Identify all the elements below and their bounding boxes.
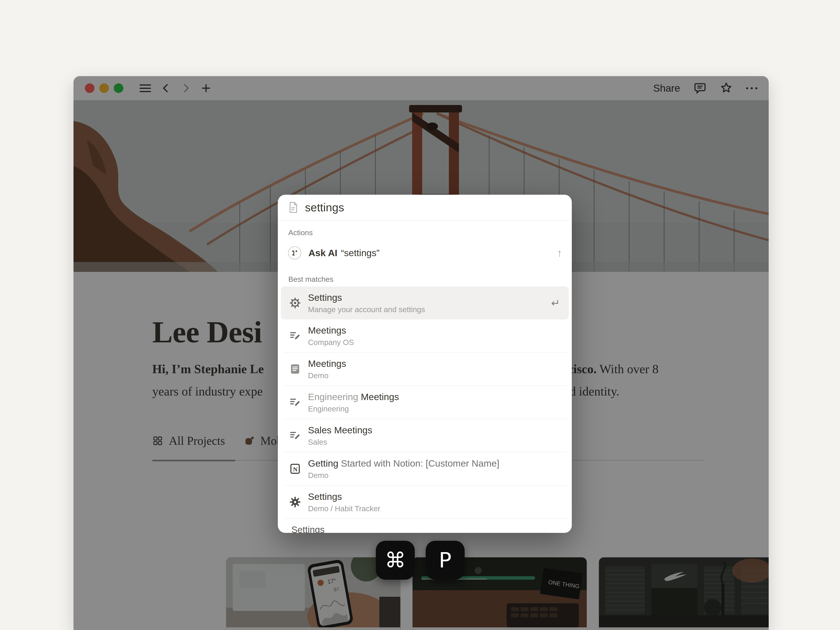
compose-note-icon (289, 429, 302, 442)
section-label-best-matches: Best matches (288, 275, 572, 284)
result-subtitle: Sales (308, 438, 372, 447)
result-subtitle: Engineering (308, 404, 399, 413)
compose-note-icon (289, 330, 302, 342)
ask-ai-row[interactable]: Ask AI“settings” ↑ (278, 238, 572, 267)
result-title: Settings (308, 292, 425, 303)
page-icon (288, 201, 298, 213)
search-result-settings-habit-tracker[interactable]: Settings Demo / Habit Tracker (281, 486, 569, 518)
search-input[interactable]: settings (278, 195, 572, 221)
search-result-meetings-demo[interactable]: Meetings Demo (281, 353, 569, 385)
compose-note-icon (289, 396, 302, 408)
svg-text:N: N (293, 466, 297, 473)
gear-icon (289, 297, 302, 309)
search-query-text: settings (305, 201, 344, 214)
result-subtitle: Manage your account and settings (308, 305, 425, 314)
result-title: Getting Started with Notion: [Customer N… (308, 458, 499, 469)
search-modal: settings Actions Ask AI“settings” ↑ Best… (278, 195, 572, 533)
search-result-settings[interactable]: Settings Manage your account and setting… (281, 287, 569, 319)
arrow-up-icon: ↑ (557, 247, 562, 259)
result-subtitle: Company OS (308, 338, 354, 347)
search-result-getting-started[interactable]: N Getting Started with Notion: [Customer… (281, 452, 569, 485)
p-keycap: P (426, 541, 465, 580)
search-result-partial-settings[interactable]: Settings (281, 519, 569, 533)
result-title: Settings (308, 491, 381, 502)
section-label-actions: Actions (288, 228, 572, 237)
command-keycap: ⌘ (376, 541, 415, 580)
enter-return-icon: ↵ (551, 297, 560, 309)
search-result-meetings-company-os[interactable]: Meetings Company OS (281, 319, 569, 352)
keyboard-shortcut-overlay: ⌘ P (376, 541, 465, 580)
notion-ai-face-icon (287, 246, 302, 260)
search-result-sales-meetings[interactable]: Sales Meetings Sales (281, 419, 569, 452)
result-subtitle: Demo (308, 471, 499, 480)
result-title: Meetings (308, 325, 354, 336)
cog-badge-icon (289, 496, 302, 508)
result-subtitle: Demo / Habit Tracker (308, 504, 381, 513)
result-title: Engineering Meetings (308, 392, 399, 402)
ask-ai-label: Ask AI“settings” (308, 248, 379, 258)
note-card-icon (289, 363, 302, 375)
result-subtitle: Demo (308, 371, 346, 380)
notion-logo-icon: N (289, 463, 302, 475)
result-title: Meetings (308, 358, 346, 369)
result-title: Sales Meetings (308, 425, 372, 436)
search-result-engineering-meetings[interactable]: Engineering Meetings Engineering (281, 386, 569, 419)
